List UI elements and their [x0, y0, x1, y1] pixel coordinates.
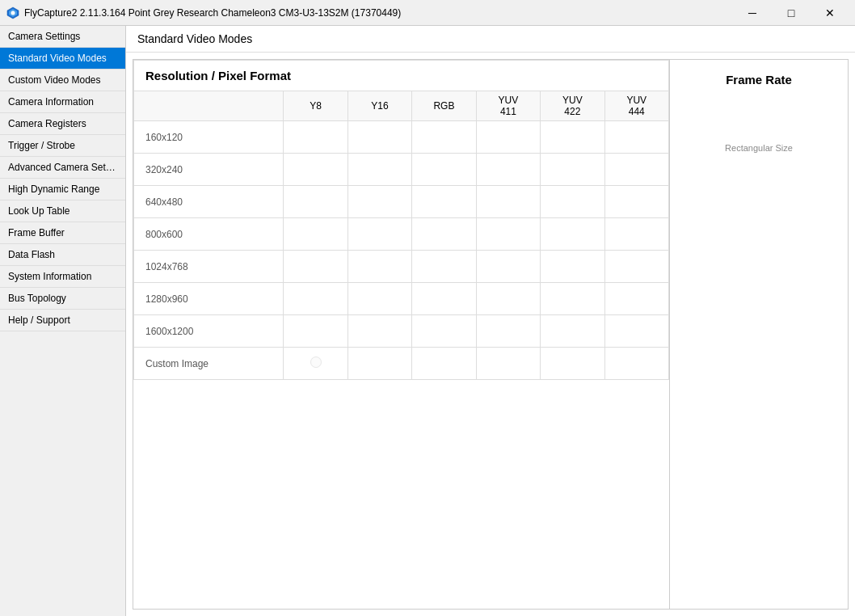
- radio-cell-0-2[interactable]: [412, 121, 476, 154]
- radio-cell-0-4[interactable]: [541, 121, 604, 154]
- res-label-7: Custom Image: [134, 348, 284, 380]
- radio-cell-1-4[interactable]: [541, 154, 604, 186]
- radio-cell-0-5[interactable]: [604, 121, 668, 154]
- sidebar-item-data-flash[interactable]: Data Flash: [0, 244, 125, 266]
- main-layout: Camera SettingsStandard Video ModesCusto…: [0, 26, 855, 616]
- framerate-note: Rectangular Size: [678, 143, 840, 153]
- radio-cell-5-5[interactable]: [604, 283, 668, 315]
- table-row: 1024x768: [134, 251, 669, 283]
- radio-cell-7-3[interactable]: [476, 348, 540, 380]
- table-row: Custom Image: [134, 348, 669, 380]
- svg-point-2: [11, 11, 15, 15]
- col-header-4: YUV411: [476, 91, 540, 121]
- sidebar-item-custom-video-modes[interactable]: Custom Video Modes: [0, 70, 125, 91]
- col-header-6: YUV444: [604, 91, 668, 121]
- sidebar-item-frame-buffer[interactable]: Frame Buffer: [0, 222, 125, 244]
- radio-cell-7-4[interactable]: [541, 348, 604, 380]
- table-row: 800x600: [134, 218, 669, 251]
- minimize-button[interactable]: ─: [734, 0, 771, 26]
- resolution-table-section: Resolution / Pixel Format Y8Y16RGBYUV411…: [133, 60, 670, 609]
- radio-cell-4-5[interactable]: [604, 251, 668, 283]
- resolution-table: Resolution / Pixel Format Y8Y16RGBYUV411…: [133, 60, 669, 380]
- radio-cell-7-0[interactable]: [284, 348, 347, 380]
- radio-cell-6-5[interactable]: [604, 315, 668, 348]
- table-row: 1280x960: [134, 283, 669, 315]
- close-button[interactable]: ✕: [811, 0, 849, 26]
- radio-cell-2-4[interactable]: [541, 186, 604, 218]
- radio-cell-1-1[interactable]: [347, 154, 411, 186]
- res-label-4: 1024x768: [134, 251, 284, 283]
- sidebar-item-camera-registers[interactable]: Camera Registers: [0, 113, 125, 135]
- radio-cell-6-2[interactable]: [412, 315, 476, 348]
- radio-input-7-0[interactable]: [310, 357, 322, 368]
- radio-cell-7-5[interactable]: [604, 348, 668, 380]
- radio-cell-5-1[interactable]: [347, 283, 411, 315]
- sidebar-item-system-information[interactable]: System Information: [0, 266, 125, 288]
- radio-cell-3-0[interactable]: [284, 218, 347, 251]
- sidebar-item-high-dynamic-range[interactable]: High Dynamic Range: [0, 179, 125, 200]
- radio-cell-4-3[interactable]: [476, 251, 540, 283]
- radio-cell-3-1[interactable]: [347, 218, 411, 251]
- table-row: 320x240: [134, 154, 669, 186]
- radio-cell-3-5[interactable]: [604, 218, 668, 251]
- sidebar: Camera SettingsStandard Video ModesCusto…: [0, 26, 126, 616]
- table-row: 640x480: [134, 186, 669, 218]
- radio-cell-2-3[interactable]: [476, 186, 540, 218]
- table-section-title: Resolution / Pixel Format: [134, 61, 669, 91]
- sidebar-item-look-up-table[interactable]: Look Up Table: [0, 200, 125, 222]
- titlebar: FlyCapture2 2.11.3.164 Point Grey Resear…: [0, 0, 855, 26]
- col-header-3: RGB: [412, 91, 476, 121]
- titlebar-title: FlyCapture2 2.11.3.164 Point Grey Resear…: [24, 7, 401, 19]
- sidebar-item-standard-video-modes[interactable]: Standard Video Modes: [0, 48, 125, 70]
- radio-cell-0-3[interactable]: [476, 121, 540, 154]
- radio-cell-2-0[interactable]: [284, 186, 347, 218]
- content-area: Standard Video Modes Resolution / Pixel …: [126, 26, 855, 616]
- radio-cell-6-1[interactable]: [347, 315, 411, 348]
- radio-cell-1-5[interactable]: [604, 154, 668, 186]
- radio-cell-1-0[interactable]: [284, 154, 347, 186]
- radio-cell-2-1[interactable]: [347, 186, 411, 218]
- radio-cell-4-4[interactable]: [541, 251, 604, 283]
- radio-cell-6-0[interactable]: [284, 315, 347, 348]
- radio-cell-5-2[interactable]: [412, 283, 476, 315]
- radio-cell-1-2[interactable]: [412, 154, 476, 186]
- radio-cell-6-4[interactable]: [541, 315, 604, 348]
- flycapture-icon: [6, 6, 19, 19]
- col-header-2: Y16: [347, 91, 411, 121]
- radio-cell-2-5[interactable]: [604, 186, 668, 218]
- sidebar-item-advanced-camera-settings[interactable]: Advanced Camera Settings: [0, 157, 125, 179]
- res-label-2: 640x480: [134, 186, 284, 218]
- framerate-title: Frame Rate: [678, 68, 840, 95]
- titlebar-left: FlyCapture2 2.11.3.164 Point Grey Resear…: [6, 6, 401, 19]
- maximize-button[interactable]: □: [773, 0, 810, 26]
- radio-cell-6-3[interactable]: [476, 315, 540, 348]
- sidebar-item-help-support[interactable]: Help / Support: [0, 310, 125, 331]
- radio-cell-2-2[interactable]: [412, 186, 476, 218]
- sidebar-item-trigger-strobe[interactable]: Trigger / Strobe: [0, 135, 125, 157]
- res-label-6: 1600x1200: [134, 315, 284, 348]
- radio-cell-7-1[interactable]: [347, 348, 411, 380]
- table-row: 160x120: [134, 121, 669, 154]
- radio-cell-4-2[interactable]: [412, 251, 476, 283]
- res-label-0: 160x120: [134, 121, 284, 154]
- radio-cell-3-3[interactable]: [476, 218, 540, 251]
- radio-cell-4-0[interactable]: [284, 251, 347, 283]
- sidebar-item-camera-information[interactable]: Camera Information: [0, 91, 125, 113]
- radio-cell-1-3[interactable]: [476, 154, 540, 186]
- radio-cell-5-3[interactable]: [476, 283, 540, 315]
- radio-cell-5-4[interactable]: [541, 283, 604, 315]
- radio-cell-3-4[interactable]: [541, 218, 604, 251]
- res-label-1: 320x240: [134, 154, 284, 186]
- radio-cell-0-1[interactable]: [347, 121, 411, 154]
- sidebar-item-camera-settings[interactable]: Camera Settings: [0, 26, 125, 48]
- sidebar-item-bus-topology[interactable]: Bus Topology: [0, 288, 125, 310]
- col-header-1: Y8: [284, 91, 347, 121]
- res-label-3: 800x600: [134, 218, 284, 251]
- res-label-5: 1280x960: [134, 283, 284, 315]
- radio-cell-7-2[interactable]: [412, 348, 476, 380]
- radio-cell-0-0[interactable]: [284, 121, 347, 154]
- radio-cell-5-0[interactable]: [284, 283, 347, 315]
- radio-cell-3-2[interactable]: [412, 218, 476, 251]
- col-header-0: [134, 91, 284, 121]
- radio-cell-4-1[interactable]: [347, 251, 411, 283]
